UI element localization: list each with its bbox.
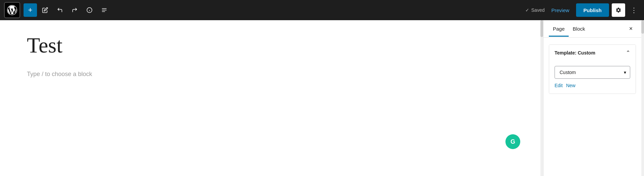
- list-view-button[interactable]: [98, 3, 111, 17]
- undo-button[interactable]: [53, 3, 67, 17]
- tab-page[interactable]: Page: [549, 21, 569, 36]
- page-title[interactable]: Test: [27, 34, 514, 57]
- wp-logo-icon: [7, 5, 17, 15]
- template-header[interactable]: Template: Custom ⌃: [549, 45, 636, 61]
- info-icon: [86, 7, 92, 13]
- sidebar-content: Template: Custom ⌃ Custom Default Full W…: [543, 38, 641, 176]
- more-options-icon: ⋮: [631, 6, 638, 14]
- redo-button[interactable]: [68, 3, 81, 17]
- toolbar-right: ✓ Saved Preview Publish ⋮: [525, 3, 640, 17]
- grammarly-button[interactable]: G: [505, 134, 520, 149]
- template-header-title: Template: Custom: [555, 50, 595, 56]
- sidebar-scrollbar[interactable]: [641, 20, 644, 176]
- template-links: Edit New: [555, 83, 630, 88]
- wp-logo[interactable]: [4, 2, 20, 18]
- add-block-button[interactable]: +: [24, 3, 37, 17]
- editor-scrollbar[interactable]: [540, 20, 543, 176]
- template-edit-link[interactable]: Edit: [555, 83, 563, 88]
- undo-icon: [57, 7, 63, 13]
- info-button[interactable]: [83, 3, 96, 17]
- chevron-up-icon: ⌃: [626, 49, 630, 56]
- template-select[interactable]: Custom Default Full Width Blank: [555, 66, 630, 79]
- editor-area[interactable]: Test Type / to choose a block G: [0, 20, 540, 176]
- settings-button[interactable]: [612, 3, 625, 17]
- saved-check-icon: ✓: [525, 7, 529, 13]
- template-section: Template: Custom ⌃ Custom Default Full W…: [549, 44, 636, 94]
- publish-button[interactable]: Publish: [576, 3, 609, 17]
- main-area: Test Type / to choose a block G Page Blo…: [0, 20, 644, 176]
- edit-icon: [42, 7, 48, 13]
- sidebar-close-button[interactable]: ×: [626, 24, 636, 34]
- preview-button[interactable]: Preview: [547, 5, 573, 16]
- edit-button[interactable]: [38, 3, 52, 17]
- more-options-button[interactable]: ⋮: [628, 3, 640, 17]
- redo-icon: [72, 7, 78, 13]
- sidebar-tabs: Page Block ×: [543, 20, 641, 38]
- gear-icon: [615, 7, 621, 13]
- saved-status: ✓ Saved: [525, 7, 545, 13]
- block-placeholder[interactable]: Type / to choose a block: [27, 71, 514, 78]
- template-body: Custom Default Full Width Blank ▾ Edit N…: [549, 61, 636, 94]
- main-toolbar: + ✓ Saved: [0, 0, 644, 20]
- saved-label: Saved: [531, 7, 545, 13]
- template-new-link[interactable]: New: [566, 83, 575, 88]
- sidebar: Page Block × Template: Custom ⌃ C: [543, 20, 644, 176]
- template-select-wrapper: Custom Default Full Width Blank ▾: [555, 66, 630, 79]
- tab-block[interactable]: Block: [569, 21, 589, 36]
- list-view-icon: [101, 7, 107, 13]
